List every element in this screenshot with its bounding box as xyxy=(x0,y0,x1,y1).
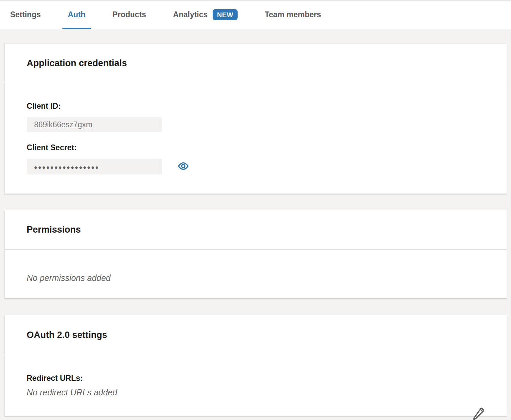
client-id-label: Client ID: xyxy=(27,102,485,111)
client-secret-field[interactable]: •••••••••••••••• xyxy=(27,159,162,175)
client-secret-row: •••••••••••••••• xyxy=(27,159,485,175)
tab-auth[interactable]: Auth xyxy=(68,1,85,29)
no-permissions-text: No permissions added xyxy=(27,273,485,283)
application-credentials-body: Client ID: 869ik66esz7gxm Client Secret:… xyxy=(5,83,507,193)
new-badge: NEW xyxy=(213,9,238,20)
tab-settings[interactable]: Settings xyxy=(10,1,41,29)
tab-products[interactable]: Products xyxy=(112,1,146,29)
application-credentials-card: Application credentials Client ID: 869ik… xyxy=(4,43,507,194)
redirect-urls-label: Redirect URLs: xyxy=(27,374,485,383)
oauth-settings-body: Redirect URLs: No redirect URLs added xyxy=(5,355,507,416)
tab-bar: Settings Auth Products Analytics NEW Tea… xyxy=(0,0,511,29)
tab-analytics[interactable]: Analytics NEW xyxy=(173,1,238,29)
permissions-body: No permissions added xyxy=(5,250,507,301)
application-credentials-title: Application credentials xyxy=(27,58,127,69)
tab-auth-label: Auth xyxy=(68,10,85,19)
no-redirect-urls-text: No redirect URLs added xyxy=(27,388,485,397)
tab-products-label: Products xyxy=(112,10,146,19)
oauth-settings-header: OAuth 2.0 settings xyxy=(5,315,507,355)
client-id-field[interactable]: 869ik66esz7gxm xyxy=(27,117,162,132)
client-secret-masked-value: •••••••••••••••• xyxy=(34,162,100,172)
permissions-card: Permissions No permissions added xyxy=(4,210,507,298)
edit-redirect-urls-button[interactable] xyxy=(471,406,486,420)
permissions-header: Permissions xyxy=(5,210,507,250)
permissions-title: Permissions xyxy=(27,225,81,235)
pencil-edit-icon xyxy=(471,406,486,420)
reveal-secret-button[interactable] xyxy=(177,160,190,173)
tab-settings-label: Settings xyxy=(10,10,41,19)
tab-analytics-label: Analytics xyxy=(173,10,208,19)
eye-icon xyxy=(177,160,189,173)
tab-team-members[interactable]: Team members xyxy=(265,1,321,29)
application-credentials-header: Application credentials xyxy=(5,44,507,83)
client-secret-label: Client Secret: xyxy=(27,143,485,152)
client-id-value: 869ik66esz7gxm xyxy=(34,120,92,129)
oauth-settings-card: OAuth 2.0 settings Redirect URLs: No red… xyxy=(4,315,507,416)
oauth-settings-title: OAuth 2.0 settings xyxy=(27,330,107,340)
tab-team-members-label: Team members xyxy=(265,10,321,19)
